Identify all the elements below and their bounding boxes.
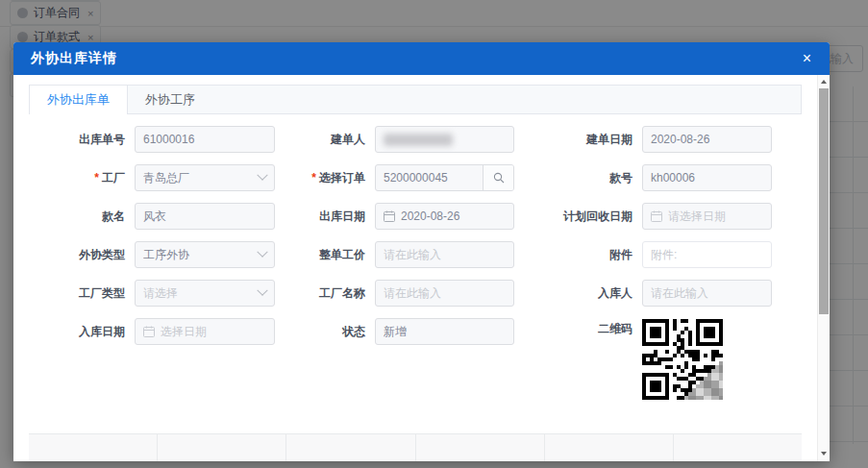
field-inbound-clerk: 入库人 请在此输入: [514, 280, 772, 307]
detail-table-header: [29, 433, 802, 461]
modal-header: 外协出库详情 ×: [13, 42, 830, 75]
inbound-clerk-placeholder: 请在此输入: [651, 285, 763, 302]
inbound-clerk-input[interactable]: 请在此输入: [642, 280, 772, 307]
attachment-button-label: 附件:: [651, 247, 763, 263]
table-column-header: [286, 434, 415, 461]
redacted-value: [384, 134, 453, 146]
modal-scrollbar: [817, 75, 830, 461]
field-qr-code: 二维码: [514, 312, 723, 351]
outsourcing-type-label: 外协类型: [29, 247, 125, 263]
select-order-value[interactable]: 5200000045: [376, 171, 483, 185]
qr-code-image: [642, 319, 723, 400]
factory-select[interactable]: 青岛总厂: [135, 164, 275, 191]
inbound-date-picker[interactable]: 选择日期: [135, 318, 275, 345]
close-icon[interactable]: ×: [798, 49, 816, 68]
field-outbound-no: 出库单号 61000016: [29, 126, 275, 153]
detail-form: 出库单号 61000016 建单人 建单日期 2020-08-26 *工厂 青岛…: [13, 114, 817, 410]
table-column-header: [545, 434, 674, 461]
factory-name-label: 工厂名称: [275, 285, 365, 302]
search-icon: [493, 172, 505, 184]
factory-value: 青岛总厂: [143, 170, 259, 186]
field-factory: *工厂 青岛总厂: [29, 164, 275, 191]
outbound-date-picker[interactable]: 2020-08-26: [375, 203, 514, 230]
field-factory-type: 工厂类型 请选择: [29, 280, 275, 307]
status-label: 状态: [275, 324, 365, 340]
field-create-date: 建单日期 2020-08-26: [514, 126, 772, 153]
calendar-icon: [384, 210, 395, 222]
outbound-date-label: 出库日期: [275, 209, 365, 225]
attachment-button[interactable]: 附件:: [642, 241, 772, 268]
planned-return-date-label: 计划回收日期: [514, 209, 632, 225]
modal-tab-label: 外协工序: [145, 92, 195, 107]
field-whole-order-price: 整单工价 请在此输入: [275, 241, 514, 268]
creator-label: 建单人: [275, 132, 365, 148]
chevron-down-icon: [257, 170, 267, 181]
modal-tab[interactable]: 外协工序: [128, 86, 212, 114]
field-factory-name: 工厂名称 请在此输入: [275, 280, 514, 307]
planned-return-date-picker[interactable]: 请选择日期: [642, 203, 772, 230]
status-value: 新增: [384, 324, 506, 340]
modal-tab[interactable]: 外协出库单: [30, 86, 128, 114]
outsourcing-outbound-modal: 外协出库详情 × 外协出库单 外协工序 出库单号 61000016 建单人: [13, 42, 830, 461]
create-date-input[interactable]: 2020-08-26: [642, 126, 772, 153]
whole-order-price-label: 整单工价: [275, 247, 365, 263]
field-creator: 建单人: [275, 126, 514, 153]
outbound-no-input[interactable]: 61000016: [135, 126, 275, 153]
triangle-down-icon: [821, 452, 827, 456]
modal-tab-label: 外协出库单: [47, 92, 110, 107]
style-name-value: 风衣: [143, 209, 266, 225]
required-marker: *: [94, 171, 99, 185]
scroll-down-arrow[interactable]: [818, 447, 830, 459]
create-date-label: 建单日期: [514, 132, 632, 148]
attachment-label: 附件: [514, 247, 632, 263]
field-style-name: 款名 风衣: [29, 203, 275, 230]
factory-type-select[interactable]: 请选择: [135, 280, 275, 307]
select-order-label-text: 选择订单: [319, 171, 365, 185]
style-name-label: 款名: [29, 209, 125, 225]
outsourcing-type-select[interactable]: 工序外协: [135, 241, 275, 268]
table-column-header: [29, 434, 158, 461]
select-order-label: *选择订单: [275, 170, 365, 186]
required-marker: *: [311, 171, 316, 185]
style-name-input[interactable]: 风衣: [135, 203, 275, 230]
outbound-date-value: 2020-08-26: [401, 209, 506, 223]
select-order-input-group: 5200000045: [375, 164, 514, 191]
calendar-icon: [143, 326, 155, 337]
status-input[interactable]: 新增: [375, 318, 514, 345]
order-search-button[interactable]: [483, 165, 513, 190]
inbound-clerk-label: 入库人: [514, 285, 632, 302]
style-no-input[interactable]: kh00006: [642, 164, 772, 191]
creator-input[interactable]: [375, 126, 514, 153]
style-no-value: kh00006: [651, 171, 763, 185]
modal-tab-bar: 外协出库单 外协工序: [29, 85, 802, 114]
inbound-date-placeholder: 选择日期: [161, 324, 266, 340]
scroll-up-arrow[interactable]: [818, 75, 830, 87]
table-column-header: [158, 434, 286, 461]
field-select-order: *选择订单 5200000045: [275, 164, 514, 191]
planned-return-date-placeholder: 请选择日期: [668, 209, 763, 225]
scrollbar-thumb[interactable]: [819, 88, 829, 314]
outsourcing-type-value: 工序外协: [143, 247, 259, 263]
field-planned-return-date: 计划回收日期 请选择日期: [514, 203, 772, 230]
field-outbound-date: 出库日期 2020-08-26: [275, 203, 514, 230]
field-status: 状态 新增: [275, 312, 514, 351]
modal-title: 外协出库详情: [31, 50, 798, 67]
qr-code-label: 二维码: [514, 321, 632, 337]
inbound-date-label: 入库日期: [29, 324, 125, 340]
triangle-up-icon: [821, 80, 827, 84]
chevron-down-icon: [257, 247, 267, 258]
factory-name-input[interactable]: 请在此输入: [375, 280, 514, 307]
whole-order-price-input[interactable]: 请在此输入: [375, 241, 514, 268]
table-column-header: [674, 434, 802, 461]
field-outsourcing-type: 外协类型 工序外协: [29, 241, 275, 268]
factory-label-text: 工厂: [102, 171, 125, 185]
outbound-no-label: 出库单号: [29, 132, 125, 148]
create-date-value: 2020-08-26: [651, 133, 763, 146]
table-column-header: [416, 434, 545, 461]
factory-label: *工厂: [29, 170, 125, 186]
field-attachment: 附件 附件:: [514, 241, 772, 268]
factory-type-label: 工厂类型: [29, 285, 125, 302]
field-style-no: 款号 kh00006: [514, 164, 772, 191]
field-inbound-date: 入库日期 选择日期: [29, 312, 275, 351]
modal-body: 外协出库单 外协工序 出库单号 61000016 建单人 建单日期 2020-0…: [13, 75, 817, 461]
